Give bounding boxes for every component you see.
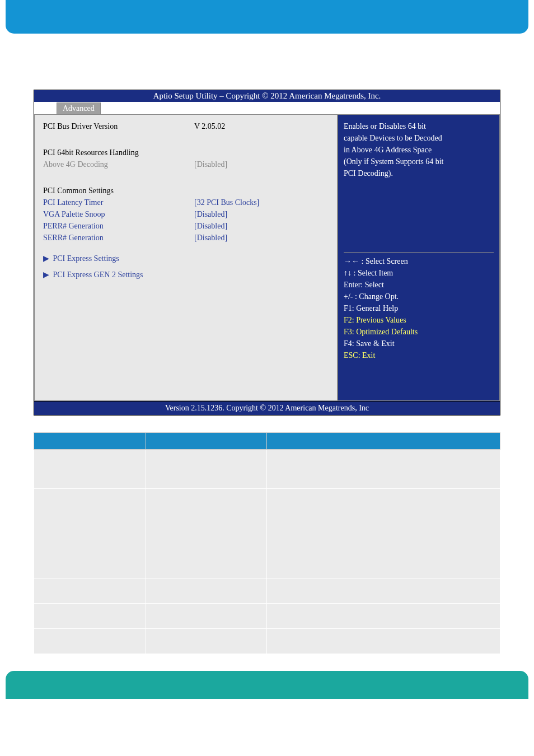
arrow-icon: ▶ bbox=[43, 270, 49, 279]
perr-generation-value[interactable]: [Disabled] bbox=[194, 220, 227, 232]
pci-common-heading: PCI Common Settings bbox=[43, 185, 329, 197]
table-row bbox=[34, 629, 500, 654]
pci-express-gen2-settings[interactable]: ▶ PCI Express GEN 2 Settings bbox=[43, 269, 329, 281]
bios-title-bar: Aptio Setup Utility – Copyright © 2012 A… bbox=[34, 90, 500, 102]
key-select-screen: →← : Select Screen bbox=[344, 255, 494, 267]
table-header bbox=[34, 433, 146, 450]
table-row bbox=[34, 578, 500, 604]
vga-palette-snoop-label[interactable]: VGA Palette Snoop bbox=[43, 208, 194, 220]
bios-main: PCI Bus Driver Version V 2.05.02 PCI 64b… bbox=[34, 114, 500, 401]
key-change-opt: +/- : Change Opt. bbox=[344, 291, 494, 302]
pci-latency-timer-value[interactable]: [32 PCI Bus Clocks] bbox=[194, 197, 259, 208]
table-header-row bbox=[34, 433, 500, 450]
key-esc: ESC: Exit bbox=[344, 349, 494, 361]
vga-palette-snoop-value[interactable]: [Disabled] bbox=[194, 208, 227, 220]
pci-64bit-heading: PCI 64bit Resources Handling bbox=[43, 147, 329, 158]
pci-bus-driver-version-label: PCI Bus Driver Version bbox=[43, 120, 194, 132]
help-line: Enables or Disables 64 bit bbox=[344, 120, 494, 132]
table-header bbox=[146, 433, 267, 450]
help-line: (Only if System Supports 64 bit bbox=[344, 156, 494, 167]
info-table bbox=[34, 432, 500, 654]
pci-latency-timer-label[interactable]: PCI Latency Timer bbox=[43, 197, 194, 208]
help-line: PCI Decoding). bbox=[344, 167, 494, 179]
header-bar bbox=[6, 0, 528, 34]
serr-generation-label[interactable]: SERR# Generation bbox=[43, 232, 194, 244]
table-header bbox=[267, 433, 500, 450]
table-row bbox=[34, 450, 500, 489]
tab-advanced[interactable]: Advanced bbox=[57, 102, 101, 114]
above-4g-decoding-value[interactable]: [Disabled] bbox=[194, 158, 227, 170]
key-f3: F3: Optimized Defaults bbox=[344, 326, 494, 338]
key-enter: Enter: Select bbox=[344, 279, 494, 291]
bios-left-pane: PCI Bus Driver Version V 2.05.02 PCI 64b… bbox=[34, 114, 338, 401]
table-row bbox=[34, 604, 500, 629]
pci-bus-driver-version-value: V 2.05.02 bbox=[194, 120, 225, 132]
pci-express-settings[interactable]: ▶ PCI Express Settings bbox=[43, 253, 329, 264]
pci-express-gen2-settings-label: PCI Express GEN 2 Settings bbox=[53, 270, 143, 279]
footer-bar bbox=[6, 671, 528, 699]
key-f1: F1: General Help bbox=[344, 302, 494, 314]
perr-generation-label[interactable]: PERR# Generation bbox=[43, 220, 194, 232]
help-line: capable Devices to be Decoded bbox=[344, 132, 494, 144]
help-line: in Above 4G Address Space bbox=[344, 144, 494, 156]
bios-title-text: Aptio Setup Utility – Copyright © 2012 A… bbox=[153, 91, 381, 100]
table-row bbox=[34, 489, 500, 578]
above-4g-decoding-label[interactable]: Above 4G Decoding bbox=[43, 158, 194, 170]
bios-help-pane: Enables or Disables 64 bit capable Devic… bbox=[338, 114, 500, 401]
key-f4: F4: Save & Exit bbox=[344, 338, 494, 349]
key-f2: F2: Previous Values bbox=[344, 314, 494, 326]
key-select-item: ↑↓ : Select Item bbox=[344, 267, 494, 279]
serr-generation-value[interactable]: [Disabled] bbox=[194, 232, 227, 244]
bios-screen: Aptio Setup Utility – Copyright © 2012 A… bbox=[34, 90, 500, 416]
bios-footer: Version 2.15.1236. Copyright © 2012 Amer… bbox=[34, 401, 500, 415]
arrow-icon: ▶ bbox=[43, 254, 49, 263]
pci-express-settings-label: PCI Express Settings bbox=[53, 254, 119, 263]
key-help: →← : Select Screen ↑↓ : Select Item Ente… bbox=[344, 252, 494, 395]
